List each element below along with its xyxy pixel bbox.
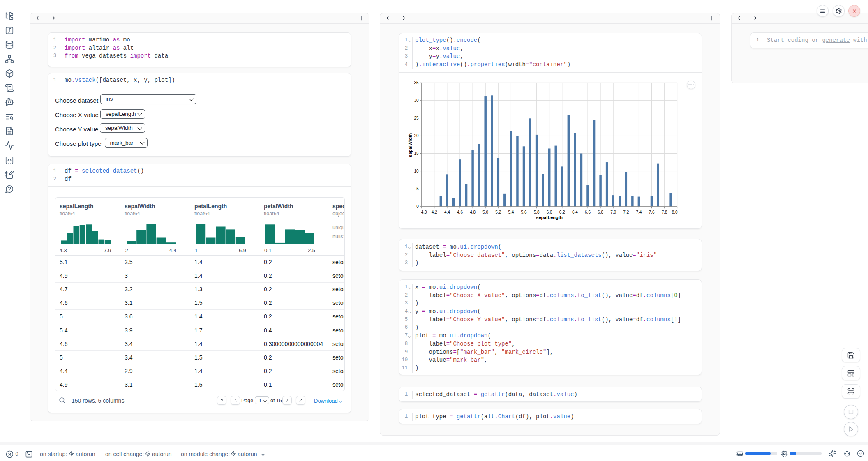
svg-text:4.4: 4.4 (444, 210, 450, 214)
svg-text:35: 35 (414, 81, 419, 85)
svg-text:10: 10 (414, 169, 419, 173)
svg-text:0: 0 (416, 204, 419, 209)
svg-text:6.6: 6.6 (585, 210, 591, 214)
svg-text:sepalWidth: sepalWidth (408, 133, 413, 157)
svg-text:30: 30 (414, 98, 419, 103)
svg-text:5.0: 5.0 (482, 210, 488, 214)
svg-text:25: 25 (414, 116, 419, 120)
svg-text:4.0: 4.0 (421, 210, 427, 214)
svg-text:5.8: 5.8 (534, 210, 540, 214)
svg-text:6.0: 6.0 (547, 210, 552, 214)
svg-text:7.6: 7.6 (649, 210, 655, 214)
svg-text:5: 5 (416, 187, 419, 191)
svg-text:7.4: 7.4 (636, 210, 642, 214)
svg-text:4.6: 4.6 (457, 210, 463, 214)
svg-text:4.2: 4.2 (432, 210, 437, 214)
svg-text:7.2: 7.2 (623, 210, 629, 214)
svg-text:6.2: 6.2 (559, 210, 565, 214)
svg-text:7.8: 7.8 (662, 210, 667, 214)
svg-text:5.6: 5.6 (521, 210, 527, 214)
svg-text:4.8: 4.8 (470, 210, 476, 214)
svg-text:8.0: 8.0 (672, 210, 678, 214)
svg-text:20: 20 (414, 134, 419, 138)
svg-text:15: 15 (414, 151, 419, 156)
svg-text:5.4: 5.4 (508, 210, 514, 214)
svg-text:5.2: 5.2 (495, 210, 501, 214)
svg-text:7.0: 7.0 (610, 210, 616, 214)
svg-text:sepalLength: sepalLength (536, 215, 563, 220)
svg-text:6.8: 6.8 (598, 210, 603, 214)
svg-text:6.4: 6.4 (572, 210, 578, 214)
